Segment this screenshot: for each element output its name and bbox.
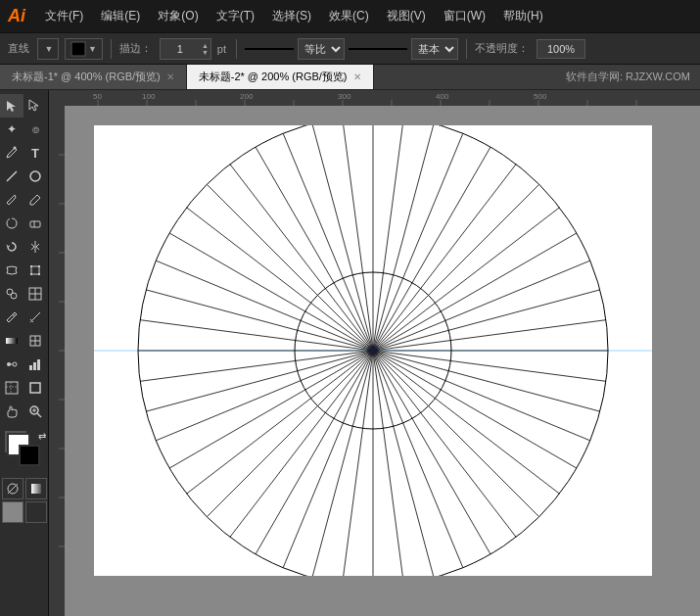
tool-row-13 — [0, 376, 48, 400]
svg-line-92 — [207, 351, 373, 517]
tool-row-7 — [0, 235, 48, 259]
type-tool[interactable]: T — [23, 141, 47, 165]
slice-tool[interactable] — [0, 376, 23, 400]
tab-1-label: 未标题-1* @ 400% (RGB/预览) — [12, 70, 161, 84]
menu-effect[interactable]: 效果(C) — [323, 4, 375, 28]
draw-mode-btn[interactable] — [25, 501, 47, 523]
svg-line-101 — [156, 261, 373, 351]
menu-edit[interactable]: 编辑(E) — [95, 4, 146, 28]
svg-line-78 — [373, 351, 577, 468]
eyedropper-tool[interactable] — [0, 306, 23, 329]
lasso-tool[interactable]: ⌾ — [23, 118, 47, 141]
svg-line-113 — [373, 133, 463, 351]
svg-line-77 — [373, 351, 590, 441]
direct-select-tool[interactable] — [23, 94, 47, 118]
svg-point-15 — [11, 293, 17, 299]
gradient-mode-btn[interactable] — [25, 478, 47, 499]
fill-color-btn[interactable]: ▼ — [65, 38, 103, 60]
tab-1-close[interactable]: ✕ — [166, 71, 174, 82]
swap-colors-btn[interactable]: ⇄ — [38, 431, 46, 442]
reflect-tool[interactable] — [23, 235, 47, 259]
tool-row-8 — [0, 259, 48, 282]
blend-tool[interactable] — [0, 353, 23, 376]
artboard-tool[interactable] — [23, 376, 47, 400]
tool-row-6 — [0, 212, 48, 235]
pencil-tool[interactable] — [23, 188, 47, 212]
warp-tool[interactable] — [0, 259, 23, 282]
stroke-color-btn[interactable]: ▼ — [37, 38, 59, 60]
menu-view[interactable]: 视图(V) — [381, 4, 432, 28]
tool-row-5 — [0, 188, 48, 212]
svg-rect-32 — [6, 382, 18, 394]
select-tool[interactable] — [0, 94, 23, 118]
tool-row-3: T — [0, 141, 48, 165]
screen-mode-btn[interactable] — [2, 501, 23, 523]
color-picker-area: ⇄ — [1, 431, 48, 474]
svg-rect-35 — [30, 383, 40, 393]
menu-select[interactable]: 选择(S) — [266, 4, 317, 28]
gradient-tool[interactable] — [0, 329, 23, 353]
svg-rect-22 — [6, 338, 18, 344]
menu-type[interactable]: 文字(T) — [210, 4, 260, 28]
ellipse-tool[interactable] — [23, 165, 47, 188]
menu-window[interactable]: 窗口(W) — [438, 4, 491, 28]
svg-line-89 — [283, 351, 373, 568]
svg-line-99 — [140, 320, 373, 351]
pt-label: pt — [217, 43, 226, 55]
svg-point-27 — [13, 362, 17, 366]
blob-brush-tool[interactable] — [0, 212, 23, 235]
sep3 — [466, 39, 467, 59]
svg-text:400: 400 — [436, 92, 449, 101]
svg-rect-63 — [49, 106, 65, 616]
title-bar: Ai 文件(F) 编辑(E) 对象(O) 文字(T) 选择(S) 效果(C) 视… — [0, 0, 700, 32]
magic-wand-tool[interactable]: ✦ — [0, 118, 23, 141]
svg-text:300: 300 — [338, 92, 351, 101]
tab-2[interactable]: 未标题-2* @ 200% (RGB/预览) ✕ — [187, 65, 374, 89]
hand-tool[interactable] — [0, 400, 23, 423]
svg-point-26 — [7, 362, 11, 366]
tool-row-2: ✦ ⌾ — [0, 118, 48, 141]
chart-tool[interactable] — [23, 353, 47, 376]
view-mode-row — [2, 501, 47, 523]
stroke-color-indicator[interactable] — [19, 445, 40, 466]
toolbox-bottom — [1, 478, 48, 523]
artboard[interactable] — [94, 125, 652, 576]
stroke-width-up[interactable]: ▲ — [202, 42, 209, 49]
pen-tool[interactable] — [0, 141, 23, 165]
website-link: 软件自学网: RJZXW.COM — [556, 65, 700, 89]
svg-line-118 — [373, 233, 577, 351]
stroke-style-select[interactable]: 基本 — [411, 38, 458, 60]
svg-rect-6 — [30, 221, 40, 227]
fill-mode-btn[interactable] — [2, 478, 23, 499]
mode-label: 直线 — [8, 41, 29, 56]
live-paint-tool[interactable] — [23, 282, 47, 306]
mesh-tool[interactable] — [23, 329, 47, 353]
stroke-width-down[interactable]: ▼ — [202, 49, 209, 56]
zoom-tool[interactable] — [23, 400, 47, 423]
shape-builder-tool[interactable] — [0, 282, 23, 306]
menu-file[interactable]: 文件(F) — [39, 4, 89, 28]
free-transform-tool[interactable] — [23, 259, 47, 282]
ruler-top: 50100 200300 400500 — [49, 90, 700, 106]
opacity-input[interactable] — [537, 39, 585, 59]
tab-2-close[interactable]: ✕ — [353, 71, 361, 82]
tab-1[interactable]: 未标题-1* @ 400% (RGB/预览) ✕ — [0, 65, 187, 89]
menu-help[interactable]: 帮助(H) — [497, 4, 549, 28]
svg-rect-30 — [33, 362, 36, 370]
menu-object[interactable]: 对象(O) — [152, 4, 204, 28]
paintbrush-tool[interactable] — [0, 188, 23, 212]
line-tool[interactable] — [0, 165, 23, 188]
svg-text:100: 100 — [142, 92, 156, 101]
svg-rect-29 — [29, 365, 32, 370]
stroke-ratio-select[interactable]: 等比 — [298, 38, 345, 60]
tab-2-label: 未标题-2* @ 200% (RGB/预览) — [199, 70, 348, 84]
svg-line-106 — [256, 147, 373, 351]
svg-line-95 — [156, 351, 373, 441]
measure-tool[interactable] — [23, 306, 47, 329]
svg-line-80 — [373, 351, 539, 517]
sep2 — [236, 39, 237, 59]
eraser-tool[interactable] — [23, 212, 47, 235]
rotate-tool[interactable] — [0, 235, 23, 259]
main-area: ✦ ⌾ T — [0, 90, 700, 616]
stroke-width-input[interactable] — [161, 39, 200, 59]
